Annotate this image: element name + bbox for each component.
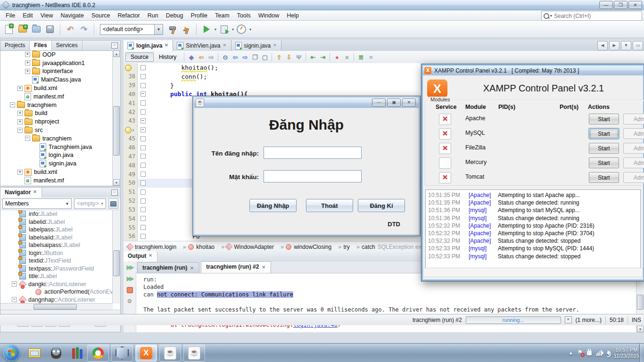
member-item[interactable]: labelsaipass : JLabel [0, 241, 113, 249]
breadcrumb-item[interactable]: WindowAdapter [226, 243, 284, 250]
admin-button[interactable]: Admin [623, 157, 644, 168]
fold-icon[interactable] [138, 72, 148, 81]
previous-bookmark-icon[interactable]: ⇧ [274, 53, 283, 61]
debug-project-button[interactable] [218, 23, 230, 35]
expander-icon[interactable]: − [10, 102, 15, 107]
exit-button[interactable]: Thoát [306, 199, 353, 212]
stop-macro-icon[interactable]: ■ [342, 53, 351, 61]
fold-icon[interactable] [138, 223, 148, 232]
menu-item[interactable]: Window [255, 11, 283, 20]
last-edit-icon[interactable]: ◈ [187, 53, 196, 61]
member-item[interactable]: actionPerformed(ActionEvent e) [0, 288, 113, 296]
undo-button[interactable]: ↶ [64, 23, 76, 35]
profile-dropdown[interactable]: ▾ [249, 27, 251, 32]
start-button[interactable]: Start [589, 172, 619, 183]
output-process-tab[interactable]: tracnghiem (run) #2 [201, 261, 271, 273]
select-rectangular-icon[interactable]: ▢ [260, 53, 269, 61]
xampp-log[interactable]: 10:51:35 PM [Apache] Attempting to start… [425, 189, 641, 269]
view-toggle-button[interactable]: Source [125, 52, 154, 62]
start-button[interactable] [3, 345, 20, 362]
forward-icon[interactable]: ⇨ [206, 53, 215, 61]
fold-icon[interactable]: − [138, 90, 148, 99]
menu-item[interactable]: Team [211, 11, 233, 20]
tree-item[interactable]: manifest.mf [0, 92, 113, 101]
search-input[interactable] [552, 13, 642, 19]
close-icon[interactable] [262, 265, 266, 270]
view-toggle-button[interactable]: History [154, 52, 182, 62]
scroll-up-icon[interactable]: ▲ [113, 50, 120, 57]
start-macro-icon[interactable]: ● [332, 53, 341, 61]
scroll-down-icon[interactable]: ▼ [637, 326, 644, 332]
member-item[interactable]: info : JLabel [0, 210, 113, 218]
menu-item[interactable]: Run [144, 11, 162, 20]
debug-dropdown[interactable]: ▾ [232, 27, 234, 32]
stop-build-button[interactable] [125, 286, 134, 294]
minimize-button[interactable]: — [599, 1, 613, 9]
scroll-tabs-right-icon[interactable]: ▶ [609, 41, 619, 50]
toggle-bookmark-icon[interactable]: Ψ [294, 53, 303, 61]
scroll-tabs-left-icon[interactable]: ◀ [597, 41, 608, 50]
fold-icon[interactable] [138, 197, 148, 206]
menu-item[interactable]: Profile [187, 11, 211, 20]
menu-item[interactable]: Source [88, 11, 114, 20]
close-button[interactable]: ✕ [402, 99, 416, 107]
tree-item[interactable]: Tracnghiem.java [0, 143, 113, 151]
admin-button[interactable]: Admin [623, 172, 644, 183]
expander-icon[interactable]: − [25, 136, 30, 141]
fold-icon[interactable] [138, 188, 148, 197]
member-item[interactable]: textid : JTextField [0, 257, 113, 265]
power-plug-icon[interactable] [587, 351, 592, 355]
tree-item[interactable]: login.java [0, 151, 113, 160]
tree-item[interactable]: − src [0, 126, 113, 134]
more-processes-link[interactable]: (1 more...) [576, 317, 602, 323]
scrollbar-thumb[interactable] [113, 250, 120, 276]
navigator-tab[interactable]: Navigator [0, 188, 42, 197]
fold-icon[interactable] [138, 143, 148, 152]
expander-icon[interactable]: + [17, 119, 23, 124]
expander-icon[interactable]: + [25, 60, 30, 66]
shift-right-icon[interactable]: ⇥ [318, 53, 327, 61]
redo-button[interactable]: ↷ [78, 23, 90, 35]
admin-button[interactable]: Admin [623, 114, 644, 124]
member-item[interactable]: labelid : JLabel [0, 218, 113, 226]
fold-icon[interactable] [138, 152, 148, 161]
editor-tab[interactable]: signin.java [231, 40, 282, 51]
breadcrumb-item[interactable]: catch SQLException ex [362, 243, 429, 250]
tree-item[interactable]: + build.xml [0, 84, 113, 92]
books-app-button[interactable] [71, 346, 85, 360]
scrollbar-thumb[interactable] [113, 106, 120, 156]
menu-item[interactable]: Help [283, 11, 303, 20]
fold-icon[interactable] [138, 81, 148, 90]
expander-icon[interactable]: + [17, 111, 23, 116]
tree-item[interactable]: MainClass.java [0, 75, 113, 84]
menu-item[interactable]: Edit [19, 11, 37, 20]
username-field[interactable] [264, 147, 362, 159]
tree-item[interactable]: + nbproject [0, 117, 113, 126]
output-tab[interactable]: Output [124, 251, 157, 262]
minimize-panel-icon[interactable] [111, 42, 118, 49]
maximize-editor-icon[interactable]: ▭ [633, 41, 643, 50]
minimize-panel-icon[interactable] [111, 189, 118, 196]
service-status-button[interactable] [439, 128, 451, 140]
fold-icon[interactable] [138, 99, 148, 107]
service-status-button[interactable] [439, 157, 451, 169]
menu-item[interactable]: Debug [162, 11, 187, 20]
password-field[interactable] [264, 170, 362, 182]
service-status-button[interactable] [439, 114, 451, 125]
fold-icon[interactable] [138, 206, 148, 214]
progress-bar[interactable]: running... [466, 316, 561, 324]
output-process-tab[interactable]: tracnghiem (run) [137, 262, 199, 273]
panel-tab[interactable]: Projects [0, 41, 30, 50]
tab-list-dropdown-icon[interactable]: ▼ [621, 41, 631, 50]
toggle-highlight-icon[interactable]: ❐ [250, 53, 259, 61]
panel-tab[interactable]: Services [52, 41, 83, 50]
scrollbar-thumb[interactable] [33, 304, 77, 310]
breadcrumb-item[interactable]: khoitao [188, 243, 224, 250]
stop-process-icon[interactable]: ✕ [565, 316, 572, 323]
tree-item[interactable]: signin.java [0, 159, 113, 168]
taskbar-app-button[interactable] [183, 345, 205, 362]
tree-item[interactable]: + build [0, 109, 113, 118]
find-icon[interactable]: ⊙ [221, 53, 230, 61]
action-center-icon[interactable] [578, 350, 583, 356]
fold-icon[interactable] [138, 232, 148, 241]
